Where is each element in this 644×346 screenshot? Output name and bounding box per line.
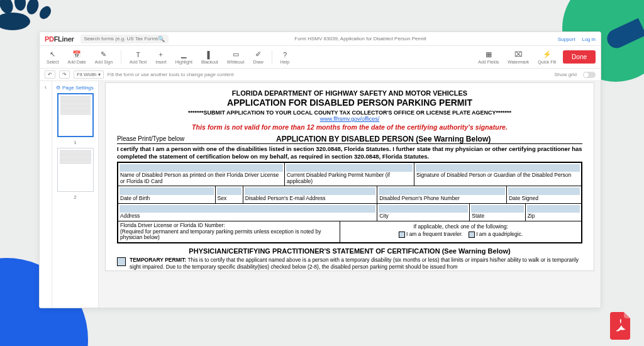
collapse-icon[interactable]: ‹: [45, 84, 47, 91]
search-input[interactable]: [84, 36, 158, 42]
please-print-label: Please Print/Type below: [117, 135, 184, 143]
document-title: Form HSMV 83039, Application for Disable…: [169, 36, 553, 42]
field-state[interactable]: [471, 205, 523, 213]
thumbnail-number: 1: [55, 140, 96, 145]
tool-add-date[interactable]: 📅Add Date: [65, 50, 87, 64]
body: ‹ ⚙ Page Settings 1 2 FLORIDA DEPARTMENT…: [40, 81, 601, 308]
submit-instruction: *******SUBMIT APPLICATION TO YOUR LOCAL …: [117, 109, 582, 116]
svg-point-3: [37, 4, 53, 21]
field-phone[interactable]: [379, 187, 505, 195]
offices-link[interactable]: www.flhsmv.gov/offices/: [117, 116, 582, 122]
collapse-strip: ‹: [40, 81, 52, 308]
tool-add-text[interactable]: TAdd Text: [128, 50, 148, 64]
login-link[interactable]: Log in: [582, 36, 596, 42]
field-date-signed[interactable]: [508, 187, 580, 195]
svg-point-1: [14, 0, 26, 11]
tool-select[interactable]: ↖Select: [45, 50, 60, 64]
page-settings-button[interactable]: ⚙ Page Settings: [56, 85, 96, 91]
thumbnail-page-2[interactable]: [57, 148, 94, 192]
checkbox-quadriplegic[interactable]: [469, 232, 475, 238]
field-zip[interactable]: [527, 205, 580, 213]
help-icon: ?: [280, 50, 289, 59]
search-input-wrap[interactable]: 🔍: [80, 35, 169, 43]
field-permit-number[interactable]: [286, 164, 413, 172]
validity-warning: This form is not valid for more than 12 …: [117, 123, 582, 131]
opt1-label: I am a frequent traveler.: [406, 231, 463, 237]
watermark-icon: ⌧: [514, 50, 523, 59]
toolbar: ↖Select 📅Add Date ✎Add Sign TAdd Text ＋I…: [40, 46, 601, 69]
tool-quick-fill[interactable]: ⚡Quick Fill: [536, 50, 558, 64]
show-grid-toggle[interactable]: [583, 72, 596, 78]
plus-icon: ＋: [157, 50, 165, 59]
certification-text: I certify that I am a person with one of…: [117, 145, 582, 160]
dept-heading: FLORIDA DEPARTMENT OF HIGHWAY SAFETY AND…: [117, 89, 582, 97]
blackout-icon: ▌: [205, 50, 214, 59]
document-page: FLORIDA DEPARTMENT OF HIGHWAY SAFETY AND…: [105, 82, 594, 271]
field-address[interactable]: [119, 205, 375, 213]
brand-logo[interactable]: PDFLiner: [45, 35, 74, 43]
zoom-fit-select[interactable]: Fit Width ▾: [74, 70, 104, 79]
field-signature[interactable]: [416, 164, 580, 172]
temporary-permit-text: This is to certify that the applicant na…: [130, 257, 579, 270]
field-dob[interactable]: [119, 187, 214, 195]
search-icon: 🔍: [158, 36, 165, 42]
pdf-logo-icon: [610, 312, 631, 340]
whiteout-icon: ▭: [231, 50, 240, 59]
tool-highlight[interactable]: ▁Highlight: [174, 50, 194, 64]
tool-add-sign[interactable]: ✎Add Sign: [93, 50, 114, 64]
section1-title: APPLICATION BY DISABLED PERSON (See Warn…: [184, 135, 582, 143]
cursor-icon: ↖: [48, 50, 57, 59]
thumbnail-panel: ⚙ Page Settings 1 2: [52, 81, 99, 308]
topbar: PDFLiner 🔍 Form HSMV 83039, Application …: [40, 32, 601, 46]
field-name[interactable]: [119, 164, 283, 172]
thumbnail-number: 2: [55, 194, 96, 200]
tool-blackout[interactable]: ▌Blackout: [199, 50, 220, 64]
show-grid-label: Show grid: [554, 72, 577, 77]
thumbnail-page-1[interactable]: [57, 93, 94, 137]
checkbox-frequent-traveler[interactable]: [399, 232, 405, 238]
field-city[interactable]: [379, 205, 468, 213]
done-button[interactable]: Done: [563, 50, 596, 64]
separator: [121, 50, 121, 64]
highlight-icon: ▁: [179, 50, 188, 59]
separator: [272, 50, 272, 64]
tool-insert[interactable]: ＋Insert: [153, 50, 169, 64]
opt2-label: I am a quadriplegic.: [476, 231, 523, 237]
pencil-icon: ✐: [254, 50, 263, 59]
bolt-icon: ⚡: [543, 50, 552, 59]
calendar-icon: 📅: [72, 50, 81, 59]
form-title: APPLICATION FOR DISABLED PERSON PARKING …: [117, 98, 582, 108]
field-email[interactable]: [245, 187, 375, 195]
top-links: Support Log in: [553, 36, 596, 42]
tool-whiteout[interactable]: ▭Whiteout: [225, 50, 247, 64]
subbar-hint: Fill the form or use another tools to ch…: [108, 72, 234, 77]
section-header-row: Please Print/Type below APPLICATION BY D…: [117, 135, 582, 144]
document-viewport[interactable]: FLORIDA DEPARTMENT OF HIGHWAY SAFETY AND…: [99, 81, 601, 308]
checkbox-temporary-permit[interactable]: [117, 257, 126, 266]
tool-draw[interactable]: ✐Draw: [251, 50, 265, 64]
redo-button[interactable]: ↷: [59, 70, 70, 79]
app-window: PDFLiner 🔍 Form HSMV 83039, Application …: [39, 31, 601, 308]
support-link[interactable]: Support: [558, 36, 575, 42]
gear-icon: ⚙: [56, 85, 60, 91]
tool-add-fields[interactable]: ▦Add Fields: [476, 50, 501, 64]
physician-section-heading: PHYSICIAN/CERTIFYING PRACTITIONER'S STAT…: [117, 247, 582, 255]
text-icon: T: [134, 50, 143, 59]
temporary-permit-row: TEMPORARY PERMIT: This is to certify tha…: [117, 257, 582, 271]
tool-watermark[interactable]: ⌧Watermark: [506, 50, 531, 64]
svg-point-4: [0, 13, 30, 30]
check-options-heading: If applicable, check one of the followin…: [343, 223, 579, 230]
signature-icon: ✎: [99, 50, 108, 59]
temporary-permit-label: TEMPORARY PERMIT:: [130, 257, 186, 263]
tool-help[interactable]: ?Help: [279, 50, 291, 64]
svg-point-2: [25, 0, 40, 16]
undo-button[interactable]: ↶: [45, 70, 55, 79]
field-sex[interactable]: [217, 187, 242, 195]
fields-icon: ▦: [484, 50, 493, 59]
subbar: ↶ ↷ Fit Width ▾ Fill the form or use ano…: [40, 69, 601, 81]
applicant-form-table: Name of Disabled Person as printed on th…: [117, 162, 582, 243]
